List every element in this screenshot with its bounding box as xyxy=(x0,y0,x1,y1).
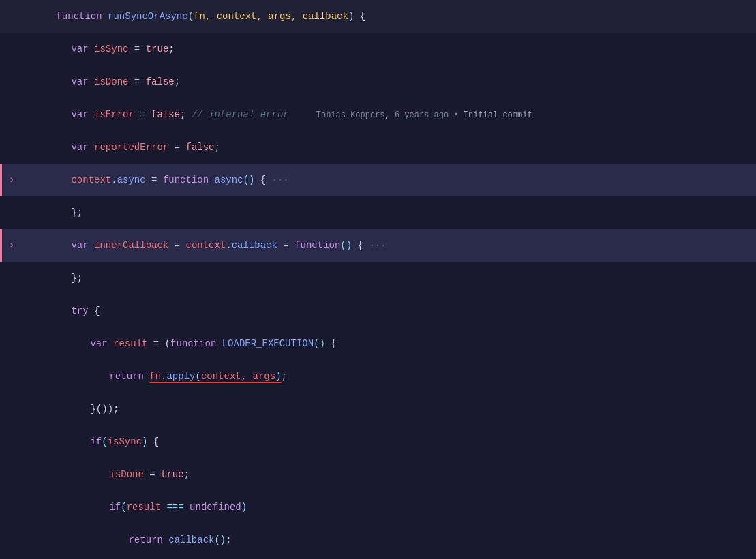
code-line-12: return fn.apply(context, args); xyxy=(0,360,756,393)
line-content-4: var isError = false; // internal errorTo… xyxy=(18,98,756,131)
function-name: runSyncOrAsync xyxy=(108,11,188,22)
line-content-1: function runSyncOrAsync(fn, context, arg… xyxy=(18,0,756,33)
code-line-13: }()); xyxy=(0,393,756,425)
code-line-2: var isSync = true; xyxy=(0,33,756,65)
code-line-18: if(result && typeof result === "object" … xyxy=(0,556,756,559)
code-line-5: var reportedError = false; xyxy=(0,131,756,164)
code-line-7: }; xyxy=(0,196,756,229)
line-content-2: var isSync = true; xyxy=(18,33,756,65)
line-content-8: var innerCallback = context.callback = f… xyxy=(18,229,756,262)
line-content-13: }()); xyxy=(18,393,756,425)
line-content-10: try { xyxy=(18,294,756,327)
code-line-1: function runSyncOrAsync(fn, context, arg… xyxy=(0,0,756,33)
line-indicator-6: › xyxy=(5,174,18,186)
line-content-16: if(result === undefined) xyxy=(18,491,756,524)
line-content-3: var isDone = false; xyxy=(18,65,756,98)
code-line-14: if(isSync) { xyxy=(0,425,756,458)
git-blame: Tobias Koppers, 6 years ago • Initial co… xyxy=(316,110,532,120)
line-content-11: var result = (function LOADER_EXECUTION(… xyxy=(18,327,756,360)
code-line-8: › var innerCallback = context.callback =… xyxy=(0,229,756,262)
line-indicator-8: › xyxy=(5,239,18,252)
code-line-11: var result = (function LOADER_EXECUTION(… xyxy=(0,327,756,360)
keyword-function: function xyxy=(56,11,102,22)
line-content-14: if(isSync) { xyxy=(18,425,756,458)
left-border-6 xyxy=(0,164,2,196)
line-content-17: return callback(); xyxy=(18,524,756,556)
code-line-15: isDone = true; xyxy=(0,458,756,491)
line-content-6: context.async = function async() { ··· xyxy=(18,164,756,196)
line-content-12: return fn.apply(context, args); xyxy=(18,360,756,393)
line-content-18: if(result && typeof result === "object" … xyxy=(18,556,756,559)
underline-fn-apply: fn.apply(context, args) xyxy=(149,371,281,382)
code-line-6: › context.async = function async() { ··· xyxy=(0,164,756,196)
line-content-15: isDone = true; xyxy=(18,458,756,491)
left-border-8 xyxy=(0,229,2,262)
code-line-10: try { xyxy=(0,294,756,327)
code-line-16: if(result === undefined) xyxy=(0,491,756,524)
code-editor: function runSyncOrAsync(fn, context, arg… xyxy=(0,0,756,559)
code-line-17: return callback(); xyxy=(0,524,756,556)
line-content-9: }; xyxy=(18,262,756,294)
code-line-4: var isError = false; // internal errorTo… xyxy=(0,98,756,131)
line-content-7: }; xyxy=(18,196,756,229)
line-content-5: var reportedError = false; xyxy=(18,131,756,164)
code-line-3: var isDone = false; xyxy=(0,65,756,98)
code-line-9: }; xyxy=(0,262,756,294)
